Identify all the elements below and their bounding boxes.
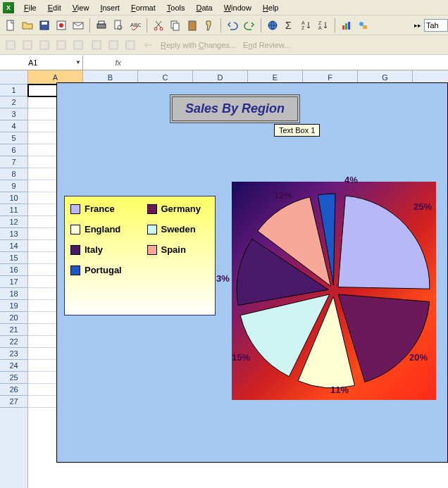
svg-text:Z: Z xyxy=(301,25,305,30)
data-label: 20% xyxy=(409,352,428,363)
fx-label[interactable]: fx xyxy=(83,58,125,67)
menu-window[interactable]: Window xyxy=(218,2,257,13)
menu-edit[interactable]: Edit xyxy=(42,2,67,13)
permission-icon[interactable] xyxy=(54,18,69,33)
menu-view[interactable]: View xyxy=(67,2,95,13)
legend-item[interactable]: Italy xyxy=(70,244,133,255)
legend-item[interactable]: France xyxy=(70,204,133,214)
format-painter-icon[interactable] xyxy=(201,18,217,33)
row-header-5[interactable]: 5 xyxy=(0,132,27,144)
name-box-dropdown-icon[interactable]: ▼ xyxy=(75,59,81,65)
rev-btn-5[interactable] xyxy=(70,37,86,53)
embedded-chart[interactable]: Sales By Region Text Box 1 FranceGermany… xyxy=(56,82,448,463)
row-header-13[interactable]: 13 xyxy=(0,228,27,240)
rev-btn-7[interactable] xyxy=(106,37,121,53)
row-header-1[interactable]: 1 xyxy=(0,85,27,96)
legend-item[interactable]: Germany xyxy=(147,204,210,214)
legend-item[interactable]: Sweden xyxy=(147,224,210,234)
row-header-20[interactable]: 20 xyxy=(0,312,27,324)
svg-rect-30 xyxy=(40,41,49,49)
row-header-27[interactable]: 27 xyxy=(0,396,27,408)
svg-rect-33 xyxy=(92,41,101,49)
legend-label: England xyxy=(85,224,120,234)
row-header-3[interactable]: 3 xyxy=(0,108,27,120)
row-header-19[interactable]: 19 xyxy=(0,300,27,312)
chart-wizard-icon[interactable] xyxy=(339,18,354,33)
row-header-25[interactable]: 25 xyxy=(0,372,27,384)
rev-btn-6[interactable] xyxy=(89,37,104,53)
paste-icon[interactable] xyxy=(185,18,200,33)
open-icon[interactable] xyxy=(20,18,35,33)
menu-format[interactable]: Format xyxy=(125,2,161,13)
row-header-11[interactable]: 11 xyxy=(0,204,27,216)
hyperlink-icon[interactable] xyxy=(265,18,280,33)
row-header-15[interactable]: 15 xyxy=(0,252,27,264)
row-header-10[interactable]: 10 xyxy=(0,192,27,204)
preview-icon[interactable] xyxy=(111,18,126,33)
sort-asc-icon[interactable]: AZ xyxy=(299,18,314,33)
rev-btn-8[interactable] xyxy=(123,37,138,53)
autosum-icon[interactable]: Σ xyxy=(282,18,297,33)
row-header-7[interactable]: 7 xyxy=(0,156,27,168)
menu-data[interactable]: Data xyxy=(190,2,218,13)
row-header-17[interactable]: 17 xyxy=(0,276,27,288)
font-name-input[interactable] xyxy=(424,19,448,32)
end-review[interactable]: End Review... xyxy=(240,41,293,49)
cut-icon[interactable] xyxy=(151,18,166,33)
menu-file[interactable]: File xyxy=(18,2,42,13)
legend-swatch xyxy=(70,265,80,275)
row-header-4[interactable]: 4 xyxy=(0,120,27,132)
redo-icon[interactable] xyxy=(242,18,257,33)
sort-desc-icon[interactable]: ZA xyxy=(316,18,331,33)
svg-rect-7 xyxy=(99,21,104,24)
font-selector[interactable]: ▸▸ xyxy=(414,19,448,32)
rev-reply-icon[interactable] xyxy=(141,37,156,53)
data-label: 25% xyxy=(413,201,432,212)
new-icon[interactable] xyxy=(3,18,18,33)
row-header-9[interactable]: 9 xyxy=(0,180,27,192)
rev-btn-4[interactable] xyxy=(54,37,69,53)
row-header-12[interactable]: 12 xyxy=(0,216,27,228)
reply-with-changes[interactable]: Reply with Changes... xyxy=(158,41,239,49)
row-header-16[interactable]: 16 xyxy=(0,264,27,276)
undo-icon[interactable] xyxy=(225,18,240,33)
copy-icon[interactable] xyxy=(168,18,183,33)
legend-item[interactable]: England xyxy=(70,224,133,234)
row-header-21[interactable]: 21 xyxy=(0,324,27,336)
excel-icon: X xyxy=(3,2,14,13)
rev-btn-1[interactable] xyxy=(3,37,18,53)
menu-tools[interactable]: Tools xyxy=(161,2,191,13)
pie-plot-area[interactable]: 25%20%11%15%3%12%4% xyxy=(232,182,436,400)
chart-title[interactable]: Sales By Region xyxy=(170,94,300,123)
chart-legend[interactable]: FranceGermanyEnglandSwedenItalySpainPort… xyxy=(64,196,216,315)
drawing-icon[interactable] xyxy=(356,18,371,33)
legend-item[interactable]: Portugal xyxy=(70,265,134,275)
row-header-18[interactable]: 18 xyxy=(0,288,27,300)
legend-item[interactable]: Spain xyxy=(147,244,210,255)
email-icon[interactable] xyxy=(70,18,86,33)
pie-slice-germany[interactable] xyxy=(338,294,430,382)
name-box[interactable]: A1 ▼ xyxy=(0,56,83,70)
row-header-6[interactable]: 6 xyxy=(0,144,27,156)
save-icon[interactable] xyxy=(37,18,52,33)
svg-rect-35 xyxy=(126,41,135,49)
menu-insert[interactable]: Insert xyxy=(94,2,125,13)
rev-btn-3[interactable] xyxy=(37,37,52,53)
pie-svg xyxy=(232,182,436,400)
rev-btn-2[interactable] xyxy=(20,37,35,53)
standard-toolbar: ABC Σ AZ ZA ▸▸ xyxy=(0,15,448,35)
row-header-2[interactable]: 2 xyxy=(0,96,27,108)
row-header-22[interactable]: 22 xyxy=(0,336,27,348)
print-icon[interactable] xyxy=(94,18,109,33)
menu-help[interactable]: Help xyxy=(257,2,285,13)
spelling-icon[interactable]: ABC xyxy=(127,18,143,33)
row-header-8[interactable]: 8 xyxy=(0,168,27,180)
row-header-26[interactable]: 26 xyxy=(0,384,27,396)
svg-rect-29 xyxy=(23,41,32,49)
toolbar-options-icon[interactable]: ▸▸ xyxy=(414,22,421,29)
select-all-corner[interactable] xyxy=(0,70,27,85)
row-header-24[interactable]: 24 xyxy=(0,360,27,372)
legend-swatch xyxy=(70,245,80,255)
row-header-14[interactable]: 14 xyxy=(0,240,27,252)
row-header-23[interactable]: 23 xyxy=(0,348,27,360)
